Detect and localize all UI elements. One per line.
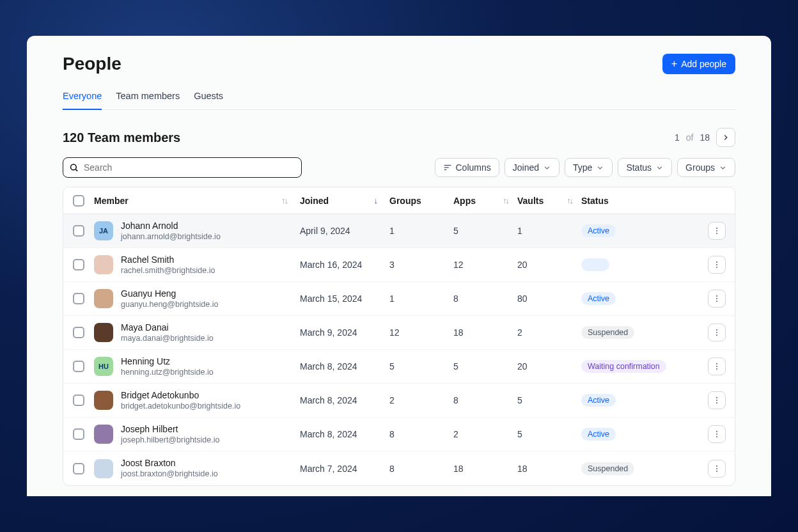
page-current: 1: [675, 132, 680, 143]
cell-vaults: 5: [517, 395, 581, 405]
status-badge: Active: [581, 224, 616, 237]
svg-point-26: [716, 465, 717, 466]
row-menu-button[interactable]: [708, 222, 726, 240]
cell-groups: 1: [389, 226, 453, 236]
tab-everyone[interactable]: Everyone: [63, 84, 102, 110]
search-input[interactable]: [63, 157, 302, 178]
member-email: joost.braxton@brightside.io: [121, 469, 218, 479]
sort-icon: ↑↓: [281, 196, 287, 205]
cell-apps: 8: [453, 395, 517, 405]
filter-type[interactable]: Type: [565, 158, 613, 177]
members-count: 120 Team members: [63, 130, 180, 145]
table-row[interactable]: Joseph Hilbert joseph.hilbert@brightside…: [63, 418, 735, 451]
filter-groups[interactable]: Groups: [677, 158, 735, 177]
col-vaults[interactable]: Vaults ↑↓: [517, 196, 581, 206]
filter-groups-label: Groups: [685, 162, 715, 173]
row-checkbox[interactable]: [73, 361, 84, 372]
cell-vaults: 18: [517, 464, 581, 474]
cell-vaults: 1: [517, 226, 581, 236]
cell-vaults: 80: [517, 293, 581, 304]
columns-button[interactable]: Columns: [435, 158, 499, 177]
svg-point-16: [716, 334, 717, 336]
cell-status: Active: [581, 394, 696, 407]
svg-point-20: [716, 397, 717, 398]
svg-point-5: [716, 228, 717, 229]
page-header: People + Add people: [63, 49, 735, 84]
row-menu-button[interactable]: [708, 324, 726, 341]
member-email: bridget.adetokunbo@brightside.io: [121, 401, 240, 411]
filter-joined[interactable]: Joined: [505, 158, 559, 177]
cell-joined: March 8, 2024: [300, 395, 389, 405]
table-row[interactable]: Rachel Smith rachel.smith@brightside.io …: [63, 248, 735, 282]
select-all-checkbox[interactable]: [73, 195, 84, 207]
cell-status: [581, 258, 696, 271]
row-checkbox[interactable]: [73, 225, 84, 237]
more-vertical-icon: [712, 430, 721, 439]
table-row[interactable]: Joost Braxton joost.braxton@brightside.i…: [63, 451, 735, 485]
svg-line-1: [75, 169, 77, 171]
row-menu-button[interactable]: [708, 357, 726, 375]
status-badge: Waiting confirmation: [581, 360, 666, 373]
member-name: Guanyu Heng: [121, 288, 218, 299]
filter-status[interactable]: Status: [618, 158, 672, 177]
tabs: EveryoneTeam membersGuests: [63, 84, 735, 110]
col-member[interactable]: Member ↑↓: [94, 196, 300, 206]
row-checkbox[interactable]: [73, 259, 84, 270]
row-checkbox[interactable]: [73, 327, 84, 338]
row-checkbox[interactable]: [73, 395, 84, 406]
sort-down-icon: ↓: [374, 196, 377, 205]
cell-groups: 1: [389, 293, 453, 304]
page-title: People: [63, 54, 121, 74]
tab-guests[interactable]: Guests: [194, 84, 223, 109]
table-row[interactable]: JA Johann Arnold johann.arnold@brightsid…: [63, 214, 735, 248]
member-name: Bridget Adetokunbo: [121, 389, 240, 401]
search-box: [63, 157, 302, 178]
row-menu-button[interactable]: [708, 425, 726, 443]
row-checkbox[interactable]: [73, 463, 84, 474]
col-status[interactable]: Status: [581, 196, 696, 206]
row-checkbox[interactable]: [73, 428, 84, 440]
cell-status: Active: [581, 224, 696, 237]
member-cell: Bridget Adetokunbo bridget.adetokunbo@br…: [94, 389, 300, 411]
member-cell: JA Johann Arnold johann.arnold@brightsid…: [94, 220, 300, 242]
cell-joined: March 9, 2024: [300, 327, 389, 338]
cell-vaults: 5: [517, 429, 581, 439]
col-joined[interactable]: Joined ↓: [300, 196, 389, 206]
svg-point-22: [716, 402, 717, 403]
chevron-down-icon: [719, 164, 727, 172]
table-row[interactable]: Bridget Adetokunbo bridget.adetokunbo@br…: [63, 384, 735, 418]
cell-joined: March 8, 2024: [300, 361, 389, 372]
pagination: 1 of 18: [675, 128, 735, 147]
table-row[interactable]: Guanyu Heng guanyu.heng@brightside.io Ma…: [63, 282, 735, 316]
svg-point-7: [716, 233, 717, 234]
member-email: guanyu.heng@brightside.io: [121, 299, 218, 309]
col-groups[interactable]: Groups: [389, 196, 453, 206]
page-total: 18: [700, 132, 710, 143]
row-menu-button[interactable]: [708, 256, 726, 274]
member-email: maya.danai@brightside.io: [121, 333, 214, 343]
svg-point-18: [716, 366, 717, 367]
next-page-button[interactable]: [716, 128, 735, 147]
cell-apps: 8: [453, 293, 517, 304]
add-people-label: Add people: [681, 59, 726, 69]
avatar: HU: [94, 357, 113, 376]
row-menu-button[interactable]: [708, 391, 726, 409]
row-menu-button[interactable]: [708, 460, 726, 478]
cell-apps: 18: [453, 327, 517, 338]
add-people-button[interactable]: + Add people: [662, 54, 735, 74]
tab-team-members[interactable]: Team members: [116, 84, 180, 109]
cell-apps: 5: [453, 361, 517, 372]
row-menu-button[interactable]: [708, 290, 726, 308]
table-row[interactable]: HU Henning Utz henning.utz@brightside.io…: [63, 350, 735, 384]
member-cell: HU Henning Utz henning.utz@brightside.io: [94, 356, 300, 377]
avatar: [94, 391, 113, 410]
row-checkbox[interactable]: [73, 293, 84, 304]
member-email: johann.arnold@brightside.io: [121, 231, 221, 242]
cell-apps: 2: [453, 429, 517, 439]
cell-joined: March 15, 2024: [300, 293, 389, 304]
chevron-down-icon: [543, 164, 551, 172]
status-badge: Active: [581, 394, 616, 407]
col-apps[interactable]: Apps ↑↓: [453, 196, 517, 206]
cell-vaults: 20: [517, 361, 581, 372]
table-row[interactable]: Maya Danai maya.danai@brightside.io Marc…: [63, 316, 735, 350]
